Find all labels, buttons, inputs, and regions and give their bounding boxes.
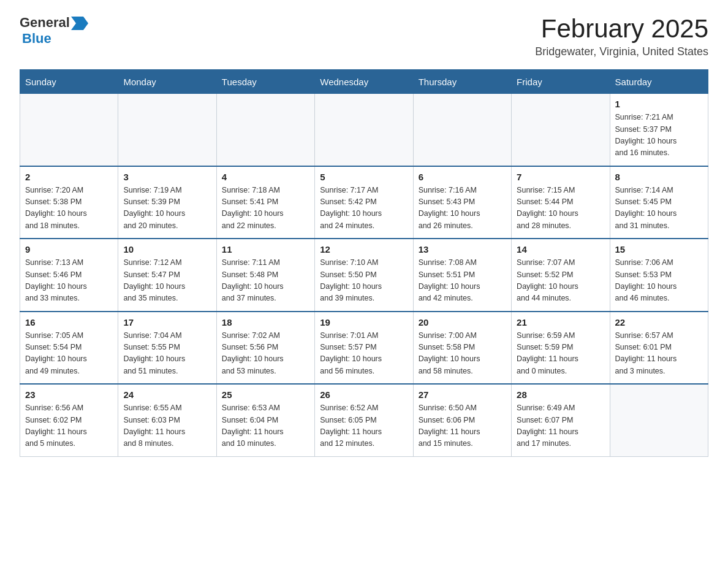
month-title: February 2025 [535,15,708,43]
day-of-week-header: Friday [512,70,610,94]
calendar-cell: 26Sunrise: 6:52 AM Sunset: 6:05 PM Dayli… [315,384,413,456]
day-number: 25 [222,389,309,400]
day-sun-info: Sunrise: 7:04 AM Sunset: 5:55 PM Dayligh… [123,330,211,378]
calendar-cell: 28Sunrise: 6:49 AM Sunset: 6:07 PM Dayli… [512,384,610,456]
day-sun-info: Sunrise: 7:02 AM Sunset: 5:56 PM Dayligh… [222,330,309,378]
calendar-cell: 7Sunrise: 7:15 AM Sunset: 5:44 PM Daylig… [512,166,610,239]
calendar-cell: 27Sunrise: 6:50 AM Sunset: 6:06 PM Dayli… [413,384,511,456]
calendar-week-row: 23Sunrise: 6:56 AM Sunset: 6:02 PM Dayli… [20,384,708,456]
calendar-cell [315,94,413,166]
day-number: 5 [320,172,408,182]
calendar-cell: 25Sunrise: 6:53 AM Sunset: 6:04 PM Dayli… [216,384,314,456]
svg-marker-0 [71,17,88,30]
day-number: 19 [320,317,408,327]
day-number: 28 [517,389,604,400]
day-sun-info: Sunrise: 7:21 AM Sunset: 5:37 PM Dayligh… [615,112,703,159]
calendar-cell: 20Sunrise: 7:00 AM Sunset: 5:58 PM Dayli… [413,312,511,385]
day-sun-info: Sunrise: 7:14 AM Sunset: 5:45 PM Dayligh… [615,185,703,232]
day-sun-info: Sunrise: 7:05 AM Sunset: 5:54 PM Dayligh… [25,330,113,378]
calendar-cell: 6Sunrise: 7:16 AM Sunset: 5:43 PM Daylig… [413,166,511,239]
calendar-cell: 15Sunrise: 7:06 AM Sunset: 5:53 PM Dayli… [610,239,708,312]
day-sun-info: Sunrise: 6:49 AM Sunset: 6:07 PM Dayligh… [517,402,604,450]
calendar-week-row: 9Sunrise: 7:13 AM Sunset: 5:46 PM Daylig… [20,239,708,312]
day-number: 12 [320,244,408,255]
day-number: 10 [123,244,211,255]
calendar-cell: 2Sunrise: 7:20 AM Sunset: 5:38 PM Daylig… [20,166,118,239]
calendar-cell: 3Sunrise: 7:19 AM Sunset: 5:39 PM Daylig… [118,166,216,239]
calendar-cell: 10Sunrise: 7:12 AM Sunset: 5:47 PM Dayli… [118,239,216,312]
day-number: 6 [419,172,506,182]
day-number: 9 [25,244,113,255]
day-sun-info: Sunrise: 6:52 AM Sunset: 6:05 PM Dayligh… [320,402,408,450]
calendar-cell: 9Sunrise: 7:13 AM Sunset: 5:46 PM Daylig… [20,239,118,312]
logo: General Blue [20,15,88,47]
day-number: 3 [123,172,211,182]
day-sun-info: Sunrise: 7:20 AM Sunset: 5:38 PM Dayligh… [25,185,113,232]
day-number: 15 [615,244,703,255]
logo-general-text: General [20,15,70,31]
day-sun-info: Sunrise: 7:15 AM Sunset: 5:44 PM Dayligh… [517,185,604,232]
logo-blue-text: Blue [22,31,51,47]
day-number: 18 [222,317,309,327]
calendar-cell: 11Sunrise: 7:11 AM Sunset: 5:48 PM Dayli… [216,239,314,312]
day-number: 27 [419,389,506,400]
day-sun-info: Sunrise: 7:08 AM Sunset: 5:51 PM Dayligh… [419,257,506,305]
calendar-cell [512,94,610,166]
day-number: 11 [222,244,309,255]
calendar-cell: 12Sunrise: 7:10 AM Sunset: 5:50 PM Dayli… [315,239,413,312]
day-number: 2 [25,172,113,182]
calendar-cell: 19Sunrise: 7:01 AM Sunset: 5:57 PM Dayli… [315,312,413,385]
day-number: 17 [123,317,211,327]
logo-arrow-icon [71,17,88,30]
day-sun-info: Sunrise: 7:01 AM Sunset: 5:57 PM Dayligh… [320,330,408,378]
day-number: 1 [615,99,703,109]
day-number: 20 [419,317,506,327]
calendar-cell [413,94,511,166]
day-of-week-header: Saturday [610,70,708,94]
day-number: 23 [25,389,113,400]
day-sun-info: Sunrise: 6:53 AM Sunset: 6:04 PM Dayligh… [222,402,309,450]
day-number: 21 [517,317,604,327]
calendar-cell: 1Sunrise: 7:21 AM Sunset: 5:37 PM Daylig… [610,94,708,166]
calendar-week-row: 1Sunrise: 7:21 AM Sunset: 5:37 PM Daylig… [20,94,708,166]
day-number: 16 [25,317,113,327]
calendar-cell: 5Sunrise: 7:17 AM Sunset: 5:42 PM Daylig… [315,166,413,239]
day-sun-info: Sunrise: 6:59 AM Sunset: 5:59 PM Dayligh… [517,330,604,378]
calendar-cell: 23Sunrise: 6:56 AM Sunset: 6:02 PM Dayli… [20,384,118,456]
day-number: 14 [517,244,604,255]
day-of-week-header: Thursday [413,70,511,94]
calendar-cell: 8Sunrise: 7:14 AM Sunset: 5:45 PM Daylig… [610,166,708,239]
day-number: 22 [615,317,703,327]
day-sun-info: Sunrise: 7:12 AM Sunset: 5:47 PM Dayligh… [123,257,211,305]
day-number: 7 [517,172,604,182]
calendar-cell [610,384,708,456]
day-sun-info: Sunrise: 7:06 AM Sunset: 5:53 PM Dayligh… [615,257,703,305]
day-sun-info: Sunrise: 7:07 AM Sunset: 5:52 PM Dayligh… [517,257,604,305]
day-number: 24 [123,389,211,400]
location-title: Bridgewater, Virginia, United States [535,45,708,58]
calendar-cell: 22Sunrise: 6:57 AM Sunset: 6:01 PM Dayli… [610,312,708,385]
calendar-cell: 18Sunrise: 7:02 AM Sunset: 5:56 PM Dayli… [216,312,314,385]
day-sun-info: Sunrise: 6:55 AM Sunset: 6:03 PM Dayligh… [123,402,211,450]
day-sun-info: Sunrise: 6:57 AM Sunset: 6:01 PM Dayligh… [615,330,703,378]
title-block: February 2025 Bridgewater, Virginia, Uni… [535,15,708,58]
day-sun-info: Sunrise: 7:18 AM Sunset: 5:41 PM Dayligh… [222,185,309,232]
calendar-cell: 16Sunrise: 7:05 AM Sunset: 5:54 PM Dayli… [20,312,118,385]
calendar-cell [20,94,118,166]
day-sun-info: Sunrise: 7:16 AM Sunset: 5:43 PM Dayligh… [419,185,506,232]
day-of-week-header: Sunday [20,70,118,94]
calendar-cell: 24Sunrise: 6:55 AM Sunset: 6:03 PM Dayli… [118,384,216,456]
day-number: 4 [222,172,309,182]
day-sun-info: Sunrise: 7:17 AM Sunset: 5:42 PM Dayligh… [320,185,408,232]
calendar-cell [118,94,216,166]
day-of-week-header: Wednesday [315,70,413,94]
day-sun-info: Sunrise: 7:19 AM Sunset: 5:39 PM Dayligh… [123,185,211,232]
page-header: General Blue February 2025 Bridgewater, … [20,15,708,58]
day-sun-info: Sunrise: 7:10 AM Sunset: 5:50 PM Dayligh… [320,257,408,305]
day-number: 26 [320,389,408,400]
calendar-cell: 13Sunrise: 7:08 AM Sunset: 5:51 PM Dayli… [413,239,511,312]
day-sun-info: Sunrise: 7:00 AM Sunset: 5:58 PM Dayligh… [419,330,506,378]
calendar-cell: 21Sunrise: 6:59 AM Sunset: 5:59 PM Dayli… [512,312,610,385]
calendar-cell: 17Sunrise: 7:04 AM Sunset: 5:55 PM Dayli… [118,312,216,385]
calendar-cell [216,94,314,166]
